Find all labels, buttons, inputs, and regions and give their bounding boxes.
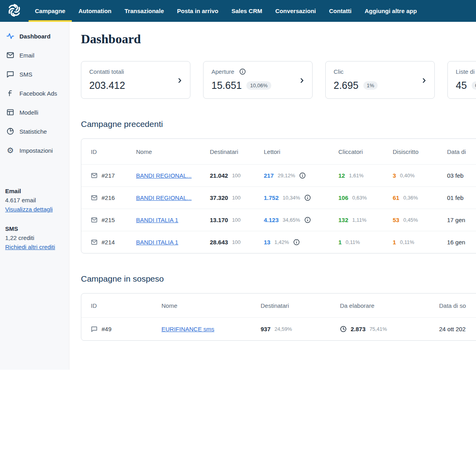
envelope-icon — [6, 51, 15, 60]
column-header-nome: Nome — [136, 148, 210, 155]
readers-count: 4.123 — [264, 217, 279, 223]
readers-percent: 29,12% — [278, 173, 295, 178]
readers-percent: 10,34% — [283, 195, 300, 201]
sidebar-item-sms[interactable]: SMS — [0, 65, 69, 84]
envelope-icon — [91, 217, 98, 223]
sidebar-item-statistiche[interactable]: Statistiche — [0, 122, 69, 141]
info-icon[interactable] — [293, 239, 300, 246]
recipients-percent: 100% — [232, 239, 241, 245]
recipients-percent: 24,59% — [274, 326, 292, 332]
main-content: Dashboard Contatti totali 203.412 Apertu… — [69, 22, 476, 341]
info-icon[interactable] — [304, 217, 311, 223]
stat-card-badge: 1% — [363, 81, 378, 90]
info-icon[interactable] — [304, 194, 311, 201]
sidebar-item-impostazioni[interactable]: ⚙ Impostazioni — [0, 141, 69, 160]
app-logo[interactable] — [0, 0, 29, 22]
nav-tab-contatti[interactable]: Contatti — [323, 0, 358, 22]
readers-percent: 34,65% — [283, 217, 300, 223]
nav-tab-automation[interactable]: Automation — [72, 0, 118, 22]
campaign-id: #217 — [102, 172, 115, 179]
stat-card-liste[interactable]: Liste di 45 0 — [447, 61, 476, 99]
email-credits-count: 4.617 email — [5, 197, 69, 203]
pending-campaigns-table: ID Nome Destinatari Da elaborare Data di… — [81, 293, 476, 341]
stat-card-clic[interactable]: Clic 2.695 1% — [325, 61, 435, 99]
campaign-id: #214 — [102, 239, 115, 246]
unsubscribed-percent: 0,40% — [400, 173, 415, 178]
sms-summary-title: SMS — [5, 225, 69, 232]
nav-tab-sales-crm[interactable]: Sales CRM — [225, 0, 269, 22]
campaign-name-link[interactable]: EURIFINANCE sms — [161, 326, 214, 332]
sidebar-item-email[interactable]: Email — [0, 46, 69, 65]
page-title: Dashboard — [81, 32, 476, 46]
recipients-percent: 100% — [232, 173, 241, 178]
stat-card-value: 45 — [456, 80, 467, 91]
column-header-disiscritto: Disiscritto — [393, 148, 447, 155]
nav-tab-label: Sales CRM — [231, 8, 262, 14]
to-process-count: 2.873 — [351, 326, 366, 332]
chevron-right-icon — [299, 77, 305, 85]
stat-cards-row: Contatti totali 203.412 Aperture 15.651 … — [81, 61, 476, 99]
nav-tab-label: Posta in arrivo — [177, 8, 218, 14]
sidebar-item-label: Statistiche — [19, 128, 47, 135]
sidebar-item-label: Email — [19, 52, 35, 59]
campaign-name-link[interactable]: BANDI ITALIA 1 — [136, 239, 178, 246]
view-details-link[interactable]: Visualizza dettagli — [5, 206, 69, 213]
stat-card-aperture[interactable]: Aperture 15.651 10,06% — [203, 61, 313, 99]
nav-tab-posta-in-arrivo[interactable]: Posta in arrivo — [171, 0, 225, 22]
gear-icon: ⚙ — [6, 146, 15, 155]
stat-card-contatti-totali[interactable]: Contatti totali 203.412 — [81, 61, 190, 99]
nav-tab-conversazioni[interactable]: Conversazioni — [269, 0, 322, 22]
clickers-count: 12 — [338, 172, 345, 179]
nav-tab-aggiungi-altre-app[interactable]: Aggiungi altre app — [358, 0, 423, 22]
column-header-nome: Nome — [161, 302, 261, 309]
recipients-count: 13.170 — [210, 217, 228, 223]
table-row: #217 BANDI REGIONAL... 21.042 100% 217 2… — [81, 164, 476, 186]
unsubscribed-count: 61 — [393, 194, 399, 201]
campaign-name-link[interactable]: BANDI REGIONAL... — [136, 194, 192, 201]
sms-credits-summary: SMS 1,22 crediti Richiedi altri crediti — [5, 225, 69, 250]
recipients-percent: 100% — [232, 195, 241, 201]
sidebar-item-facebook-ads[interactable]: Facebook Ads — [0, 84, 69, 103]
unsubscribed-percent: 0,45% — [403, 217, 418, 223]
sidebar-item-dashboard[interactable]: Dashboard — [0, 27, 69, 46]
sidebar-item-modelli[interactable]: Modelli — [0, 103, 69, 122]
sidebar-item-label: Impostazioni — [19, 147, 53, 154]
recipients-count: 21.042 — [210, 172, 228, 179]
info-icon[interactable] — [299, 172, 306, 179]
recipients-count: 937 — [261, 326, 271, 332]
column-header-destinatari: Destinatari — [261, 302, 340, 309]
template-icon — [6, 108, 15, 117]
readers-count: 13 — [264, 239, 271, 246]
info-icon[interactable] — [239, 68, 246, 75]
recipients-count: 37.320 — [210, 194, 228, 201]
stat-card-label: Aperture — [211, 68, 234, 75]
sidebar: Dashboard Email SMS Facebook Ads Modelli… — [0, 22, 69, 370]
envelope-icon — [91, 239, 98, 246]
unsubscribed-count: 53 — [393, 217, 399, 223]
nav-tab-transazionale[interactable]: Transazionale — [118, 0, 170, 22]
table-header-row: ID Nome Destinatari Lettori Cliccatori D… — [81, 139, 476, 164]
previous-campaigns-heading: Campagne precedenti — [81, 119, 476, 129]
readers-count: 1.752 — [264, 194, 279, 201]
clickers-percent: 1,11% — [352, 217, 367, 223]
readers-count: 217 — [264, 172, 274, 179]
table-row: #49 EURIFINANCE sms 937 24,59% 2.873 75,… — [81, 317, 476, 340]
table-row: #215 BANDI ITALIA 1 13.170 100% 4.123 34… — [81, 209, 476, 231]
stat-card-value: 203.412 — [89, 80, 125, 91]
sms-credits-count: 1,22 crediti — [5, 234, 69, 241]
clickers-percent: 1,61% — [349, 173, 364, 178]
nav-tab-label: Aggiungi altre app — [365, 8, 417, 14]
campaign-name-link[interactable]: BANDI ITALIA 1 — [136, 217, 178, 223]
stat-card-value: 2.695 — [334, 80, 359, 91]
nav-tab-label: Contatti — [329, 8, 352, 14]
unsubscribed-percent: 0,11% — [400, 239, 414, 245]
nav-tab-campagne[interactable]: Campagne — [29, 0, 72, 22]
sidebar-item-label: Modelli — [19, 109, 38, 116]
request-credits-link[interactable]: Richiedi altri crediti — [5, 244, 69, 250]
column-header-destinatari: Destinatari — [210, 148, 264, 155]
nav-tab-label: Transazionale — [125, 8, 164, 14]
campaign-name-link[interactable]: BANDI REGIONAL... — [136, 172, 192, 179]
chevron-right-icon — [421, 77, 427, 85]
activity-icon — [6, 32, 15, 40]
clickers-count: 132 — [338, 217, 348, 223]
